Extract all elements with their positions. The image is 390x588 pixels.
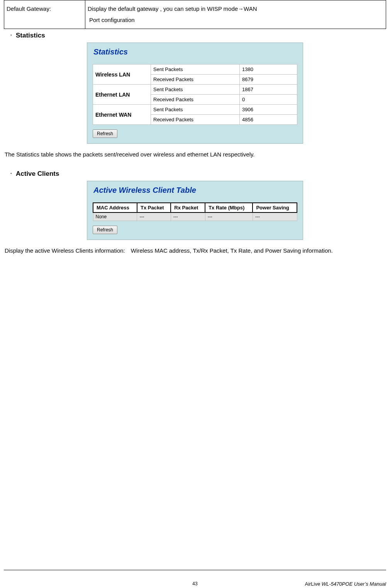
statistics-heading-text: Statistics xyxy=(16,32,45,39)
value-cell: 3906 xyxy=(240,105,297,115)
active-clients-heading: ‧Active Clients xyxy=(10,170,386,178)
metric-cell: Sent Packets xyxy=(151,85,240,95)
col-mac: MAC Address xyxy=(93,203,137,212)
cell-power-saving: --- xyxy=(253,212,297,221)
statistics-table: Wireless LAN Sent Packets 1380 Received … xyxy=(93,64,297,125)
col-tx-packet: Tx Packet xyxy=(137,203,171,212)
active-clients-panel: Active Wireless Client Table MAC Address… xyxy=(87,181,303,240)
metric-cell: Received Packets xyxy=(151,95,240,105)
refresh-button[interactable]: Refresh xyxy=(93,129,117,138)
table-header-row: MAC Address Tx Packet Rx Packet Tx Rate … xyxy=(93,203,297,212)
value-cell: 1380 xyxy=(240,65,297,75)
manual-model: WL-5470POE User’s Manual xyxy=(322,581,386,587)
value-cell: 1867 xyxy=(240,85,297,95)
metric-cell: Received Packets xyxy=(151,75,240,85)
col-rx-packet: Rx Packet xyxy=(171,203,205,212)
footer-divider xyxy=(4,570,386,570)
manual-title: AirLive WL-5470POE User’s Manual xyxy=(305,581,386,587)
default-gateway-desc-line2: Port configuration xyxy=(88,17,135,23)
default-gateway-label: Default Gateway: xyxy=(4,0,85,29)
default-gateway-desc: Display the default gateway , you can se… xyxy=(85,0,386,29)
refresh-button[interactable]: Refresh xyxy=(93,226,117,234)
iface-cell: Wireless LAN xyxy=(93,65,151,85)
table-row: Ethernet WAN Sent Packets 3906 xyxy=(93,105,297,115)
value-cell: 8679 xyxy=(240,75,297,85)
active-clients-heading-text: Active Clients xyxy=(16,170,59,177)
value-cell: 4856 xyxy=(240,115,297,125)
bullet-icon: ‧ xyxy=(10,32,12,39)
col-tx-rate: Tx Rate (Mbps) xyxy=(205,203,253,212)
iface-cell: Ethernet LAN xyxy=(93,85,151,105)
statistics-panel-title: Statistics xyxy=(93,48,297,56)
cell-tx-rate: --- xyxy=(205,212,253,221)
manual-prefix: AirLive xyxy=(305,581,321,587)
cell-mac: None xyxy=(93,212,137,221)
active-clients-description: Display the active Wireless Clients info… xyxy=(5,245,385,257)
default-gateway-desc-line1: Display the default gateway , you can se… xyxy=(88,5,257,12)
active-clients-table: MAC Address Tx Packet Rx Packet Tx Rate … xyxy=(93,202,297,221)
metric-cell: Sent Packets xyxy=(151,65,240,75)
table-row: Ethernet LAN Sent Packets 1867 xyxy=(93,85,297,95)
col-power-saving: Power Saving xyxy=(253,203,297,212)
statistics-description: The Statistics table shows the packets s… xyxy=(5,149,385,160)
table-row: Wireless LAN Sent Packets 1380 xyxy=(93,65,297,75)
default-gateway-table: Default Gateway: Display the default gat… xyxy=(4,0,386,29)
metric-cell: Sent Packets xyxy=(151,105,240,115)
bullet-icon: ‧ xyxy=(10,170,12,177)
table-row: None --- --- --- --- xyxy=(93,212,297,221)
value-cell: 0 xyxy=(240,95,297,105)
cell-tx-packet: --- xyxy=(137,212,171,221)
statistics-heading: ‧Statistics xyxy=(10,31,386,39)
active-clients-panel-title: Active Wireless Client Table xyxy=(93,186,297,195)
statistics-panel: Statistics Wireless LAN Sent Packets 138… xyxy=(87,42,303,144)
metric-cell: Received Packets xyxy=(151,115,240,125)
iface-cell: Ethernet WAN xyxy=(93,105,151,125)
cell-rx-packet: --- xyxy=(171,212,205,221)
